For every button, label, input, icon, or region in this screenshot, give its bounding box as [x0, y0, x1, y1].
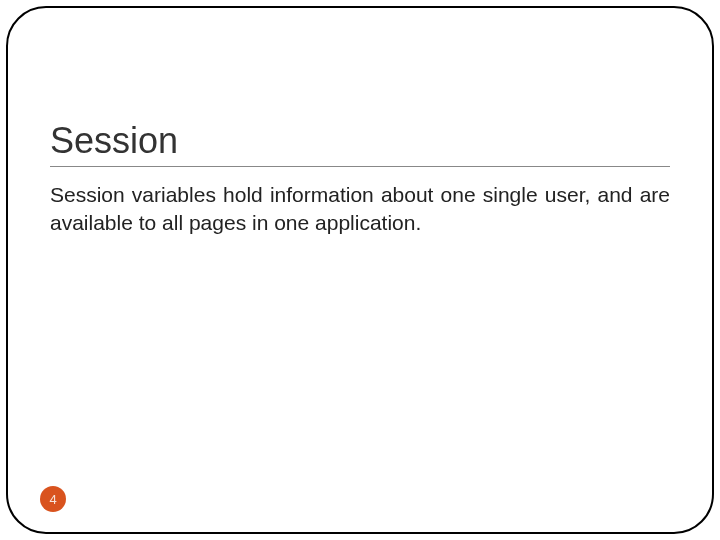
page-number: 4: [49, 492, 56, 507]
slide-frame: [6, 6, 714, 534]
slide-body-text: Session variables hold information about…: [50, 181, 670, 238]
page-number-badge: 4: [40, 486, 66, 512]
slide-title: Session: [50, 120, 670, 167]
slide-content: Session Session variables hold informati…: [50, 120, 670, 238]
